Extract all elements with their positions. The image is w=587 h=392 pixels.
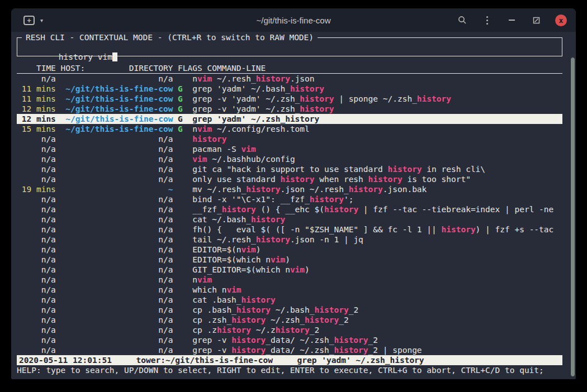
search-icon[interactable] bbox=[457, 15, 468, 26]
resh-search-panel: RESH CLI - CONTEXTUAL MODE - (CTRL+R to … bbox=[17, 37, 562, 56]
search-input[interactable]: history vim bbox=[17, 38, 562, 72]
history-row[interactable]: n/a n/a grep -v history_data/ ~/.zsh_his… bbox=[17, 345, 562, 355]
history-row[interactable]: n/a n/a nvim bbox=[17, 275, 562, 285]
search-query-text: history vim bbox=[59, 52, 112, 61]
history-row[interactable]: n/a n/a which nvim bbox=[17, 285, 562, 295]
history-row[interactable]: 11 mins ~/git/this-is-fine-cow G grep 'y… bbox=[17, 84, 562, 94]
history-row[interactable]: n/a n/a tail ~/.resh_history.json -n 1 |… bbox=[17, 235, 562, 245]
resh-panel-title: RESH CLI - CONTEXTUAL MODE - (CTRL+R to … bbox=[22, 32, 318, 42]
history-row[interactable]: n/a n/a only use standard history when r… bbox=[17, 174, 562, 184]
history-row[interactable]: 15 mins ~/git/this-is-fine-cow G nvim ~/… bbox=[17, 124, 562, 134]
history-row[interactable]: n/a n/a EDITOR=$(nvim) bbox=[17, 245, 562, 255]
history-row[interactable]: n/a n/a EDITOR=$(which nvim) bbox=[17, 255, 562, 265]
history-row[interactable]: n/a n/a cp .bash_history ~/.bash_history… bbox=[17, 305, 562, 315]
history-row[interactable]: n/a n/a bind -x '"\C-x1": __fzf_history'… bbox=[17, 194, 562, 204]
titlebar: + ▾ ~/git/this-is-fine-cow bbox=[11, 8, 576, 32]
minimize-button[interactable] bbox=[506, 15, 517, 26]
scrollbar[interactable] bbox=[570, 57, 575, 377]
selected-entry-statusbar: 2020-05-11 12:01:51 tower:~/git/this-is-… bbox=[17, 355, 562, 365]
history-row[interactable]: n/a n/a cat .bash_history bbox=[17, 295, 562, 305]
history-row[interactable]: n/a n/a cp .zsh_history ~/.zsh_history_2 bbox=[17, 315, 562, 325]
history-row[interactable]: n/a n/a fh() { eval $( ([ -n "$ZSH_NAME"… bbox=[17, 224, 562, 235]
history-row[interactable]: n/a n/a cat ~/.bash_history bbox=[17, 214, 562, 224]
history-table: TIME HOST: DIRECTORY FLAGS COMMAND-LINE … bbox=[17, 63, 562, 355]
history-row[interactable]: n/a n/a nvim ~/.resh_history.json bbox=[17, 74, 562, 84]
history-row[interactable]: n/a n/a GIT_EDITOR=$(which nvim) bbox=[17, 265, 562, 275]
history-row[interactable]: n/a n/a history bbox=[17, 134, 562, 144]
text-cursor bbox=[112, 52, 117, 61]
history-row[interactable]: n/a n/a __fzf_history () { __ehc $(histo… bbox=[17, 204, 562, 214]
terminal-window: + ▾ ~/git/this-is-fine-cow bbox=[11, 8, 576, 379]
new-tab-button[interactable]: + bbox=[23, 16, 35, 25]
terminal-content: RESH CLI - CONTEXTUAL MODE - (CTRL+R to … bbox=[11, 32, 576, 379]
history-row[interactable]: 11 mins ~/git/this-is-fine-cow G grep -v… bbox=[17, 94, 562, 104]
history-row[interactable]: 19 mins ~ mv ~/.resh_history.json ~/.res… bbox=[17, 184, 562, 194]
history-row[interactable]: n/a n/a grep -v history_data/ ~/.zsh_his… bbox=[17, 335, 562, 345]
history-row[interactable]: n/a n/a vim ~/.bashhub/config bbox=[17, 154, 562, 164]
menu-kebab-icon[interactable] bbox=[481, 15, 493, 26]
history-row[interactable]: 12 mins ~/git/this-is-fine-cow G grep -v… bbox=[17, 104, 562, 114]
history-rows: n/a n/a nvim ~/.resh_history.json 11 min… bbox=[17, 74, 562, 355]
history-row[interactable]: n/a n/a pacman -S vim bbox=[17, 144, 562, 154]
history-row[interactable]: 12 mins ~/git/this-is-fine-cow G grep 'y… bbox=[17, 114, 562, 124]
help-bar: HELP: type to search, UP/DOWN to select,… bbox=[17, 365, 562, 375]
chevron-down-icon[interactable]: ▾ bbox=[40, 17, 43, 23]
history-row[interactable]: n/a n/a git ca "hack in support to use s… bbox=[17, 164, 562, 174]
close-button[interactable]: x bbox=[555, 15, 567, 26]
history-row[interactable]: n/a n/a cp .zhistory ~/.zhistory_2 bbox=[17, 325, 562, 335]
restore-button[interactable] bbox=[531, 15, 542, 26]
